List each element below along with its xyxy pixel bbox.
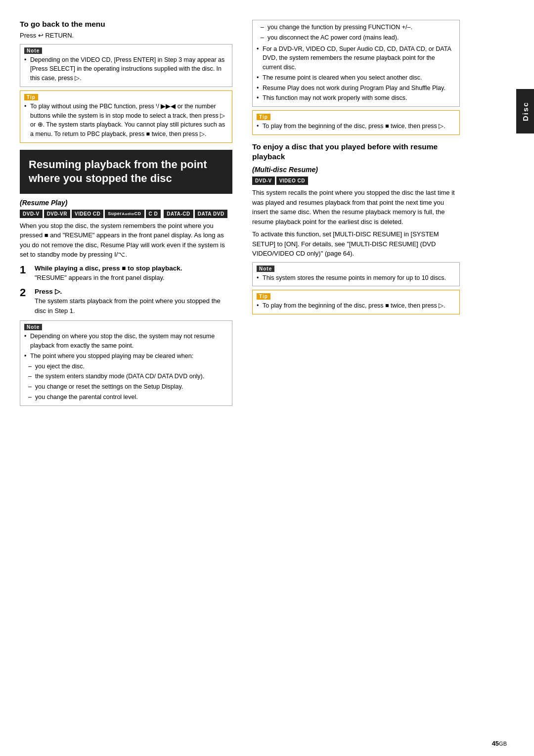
note-box-section2: Note This system stores the resume point… (252, 262, 460, 287)
note2-item-1: The point where you stopped playing may … (24, 352, 228, 361)
step-2-body: The system starts playback from the poin… (35, 296, 232, 315)
step-2-content: Press ▷. The system starts playback from… (35, 287, 232, 315)
step-1-num: 1 (20, 265, 31, 283)
badge-s2-video-cd: VIDEO CD (276, 177, 308, 185)
badge-super-audio-cd: SuperAudioCD (105, 210, 144, 218)
tip-s2-item-0: To play from the beginning of the disc, … (257, 301, 455, 311)
badge-data-cd: DATA-CD (164, 210, 193, 218)
tip-box-section2: Tip To play from the beginning of the di… (252, 290, 460, 314)
resume-play-italic-title: (Resume Play) (20, 199, 232, 207)
step-2-title: Press ▷. (35, 287, 232, 295)
section-title-go-back: To go back to the menu (20, 20, 232, 29)
badge-data-dvd: DATA DVD (195, 210, 227, 218)
note-label-1: Note (24, 47, 42, 54)
page-container: To go back to the menu Press ↩ RETURN. N… (0, 0, 534, 756)
badge-row-section2: DVD-V VIDEO CD (252, 177, 460, 185)
tip-item-1: To play without using the PBC function, … (24, 102, 228, 139)
step-1-body: "RESUME" appears in the front panel disp… (35, 273, 232, 283)
tip-label-right-1: Tip (257, 114, 270, 120)
disc-side-tab: Disc (516, 89, 534, 133)
note-list-1: Depending on the VIDEO CD, [Press ENTER]… (24, 55, 228, 83)
left-column: To go back to the menu Press ↩ RETURN. N… (0, 15, 242, 741)
main-heading-text: Resuming playback from the point where y… (29, 158, 223, 186)
section2-body2: To activate this function, set [MULTI-DI… (252, 229, 460, 259)
section2-italic-title: (Multi-disc Resume) (252, 166, 460, 174)
step-1-content: While playing a disc, press ■ to stop pl… (35, 265, 232, 283)
bullets-cont: For a DVD-VR, VIDEO CD, Super Audio CD, … (257, 44, 455, 103)
step-2-num: 2 (20, 287, 31, 315)
tip-list-right-1: To play from the beginning of the disc, … (257, 122, 455, 131)
note-item-1: Depending on the VIDEO CD, [Press ENTER]… (24, 55, 228, 83)
tip-list-section2: To play from the beginning of the disc, … (257, 301, 455, 311)
dash-left-0: you eject the disc. (28, 362, 228, 371)
dash-list-right-cont: you change the function by pressing FUNC… (261, 23, 455, 43)
note2-item-0: Depending on where you stop the disc, th… (24, 332, 228, 351)
dash-left-2: you change or reset the settings on the … (28, 382, 228, 392)
tip-box-right-1: Tip To play from the beginning of the di… (252, 110, 460, 135)
step-1-title: While playing a disc, press ■ to stop pl… (35, 265, 232, 272)
note-list-section2: This system stores the resume points in … (257, 273, 455, 283)
section-go-back-menu: To go back to the menu Press ↩ RETURN. N… (20, 20, 232, 143)
step-1-row: 1 While playing a disc, press ■ to stop … (20, 265, 232, 283)
note-list-2: Depending on where you stop the disc, th… (24, 332, 228, 360)
resume-body: When you stop the disc, the system remem… (20, 221, 232, 260)
bullet-cont-3: This function may not work properly with… (257, 93, 455, 103)
note-label-2: Note (24, 324, 42, 330)
dash-right-1: you disconnect the AC power cord (mains … (261, 33, 455, 43)
note-box-cont: you change the function by pressing FUNC… (252, 20, 460, 107)
tip-label-section2: Tip (257, 293, 270, 300)
bullet-cont-1: The resume point is cleared when you sel… (257, 73, 455, 83)
section2-title: To enjoy a disc that you played before w… (252, 142, 460, 162)
page-number: 45GB (492, 740, 507, 747)
main-heading-block: Resuming playback from the point where y… (20, 150, 232, 194)
note-label-section2: Note (257, 266, 274, 272)
right-column: you change the function by pressing FUNC… (242, 15, 485, 741)
dash-list-left: you eject the disc. the system enters st… (28, 362, 228, 402)
tip-list-1: To play without using the PBC function, … (24, 102, 228, 139)
badge-dvd-vr: DVD-VR (44, 210, 70, 218)
step-2-row: 2 Press ▷. The system starts playback fr… (20, 287, 232, 315)
bullet-cont-0: For a DVD-VR, VIDEO CD, Super Audio CD, … (257, 44, 455, 72)
resume-play-section: (Resume Play) DVD-V DVD-VR VIDEO CD Supe… (20, 199, 232, 406)
badge-row-resume: DVD-V DVD-VR VIDEO CD SuperAudioCD C D D… (20, 210, 232, 218)
tip-right-1-item-0: To play from the beginning of the disc, … (257, 122, 455, 131)
badge-s2-dvd-v: DVD-V (252, 177, 275, 185)
badge-video-cd: VIDEO CD (72, 210, 103, 218)
dash-right-0: you change the function by pressing FUNC… (261, 23, 455, 32)
dash-left-1: the system enters standby mode (DATA CD/… (28, 372, 228, 381)
tip-box-1: Tip To play without using the PBC functi… (20, 90, 232, 143)
note-box-2: Note Depending on where you stop the dis… (20, 320, 232, 405)
badge-dvd-v: DVD-V (20, 210, 43, 218)
bullet-cont-2: Resume Play does not work during Program… (257, 84, 455, 93)
section-multi-disc: To enjoy a disc that you played before w… (252, 142, 460, 314)
dash-left-3: you change the parental control level. (28, 393, 228, 402)
section2-body1: This system recalls the point where you … (252, 188, 460, 226)
note-s2-item-0: This system stores the resume points in … (257, 273, 455, 283)
tip-label-1: Tip (24, 94, 38, 100)
press-return-line: Press ↩ RETURN. (20, 31, 232, 41)
badge-cd: C D (146, 210, 161, 218)
note-box-1: Note Depending on the VIDEO CD, [Press E… (20, 44, 232, 87)
